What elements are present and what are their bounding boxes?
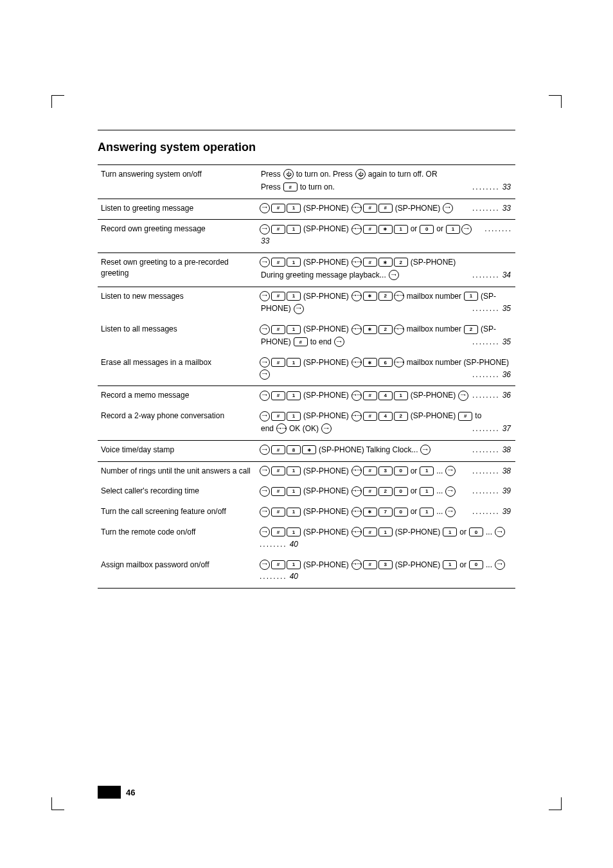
table-row: Reset own greeting to a pre-recorded gre…: [98, 252, 515, 287]
key-hash-icon: #: [271, 325, 285, 334]
header-rule: [98, 130, 515, 130]
row-label: Listen to new messages: [98, 287, 256, 320]
page-ref: 39: [502, 506, 511, 517]
page-ref-dots: ........: [472, 203, 500, 214]
key-hash-icon: #: [271, 292, 285, 301]
sequence-line: ⭢#1 (SP-PHONE) ⭢⭢#1 (SP-PHONE) 1 or 0 ..…: [260, 527, 512, 550]
key-hash-icon: #: [283, 182, 298, 191]
key-1-icon: 1: [287, 466, 301, 475]
arrows-circle-icon: ⭢⭢: [394, 357, 404, 368]
text-fragment: (SP-PHONE): [303, 357, 349, 368]
key-str-icon: ∗: [363, 358, 377, 367]
key-hash-icon: #: [363, 204, 377, 213]
arrow_r-circle-icon: ⭢: [334, 337, 344, 347]
page-ref-dots: ........: [472, 270, 500, 281]
table-row: Turn the call screening feature on/off⭢#…: [98, 502, 515, 523]
key-hash-icon: #: [363, 560, 377, 569]
row-sequence: ⭢#1 (SP-PHONE) ⭢⭢∗2⭢⭢ mailbox number 1 (…: [256, 287, 515, 320]
text-fragment: to turn on.: [300, 182, 335, 193]
table-row: Turn the remote code on/off⭢#1 (SP-PHONE…: [98, 523, 515, 556]
text-fragment: ...: [486, 527, 492, 538]
arrows-circle-icon: ⭢⭢: [351, 357, 362, 368]
row-label: Select caller's recording time: [98, 482, 256, 502]
key-1-icon: 1: [443, 527, 457, 536]
arrow_r-circle-icon: ⭢: [260, 257, 270, 267]
row-label: Turn the call screening feature on/off: [98, 502, 256, 523]
arrow_r-circle-icon: ⭢: [260, 291, 270, 301]
sequence-line: PHONE) # to end ⭢........ 35: [260, 337, 512, 348]
arrows-circle-icon: ⭢⭢: [351, 224, 362, 235]
sequence-line: Press ⏻ to turn on. Press ⏻ again to tur…: [260, 169, 512, 180]
page-ref-dots: ........: [472, 445, 500, 456]
text-fragment: (SP-PHONE): [395, 203, 441, 214]
key-1-icon: 1: [287, 225, 301, 234]
key-1-icon: 1: [420, 508, 434, 517]
arrows-circle-icon: ⭢⭢: [351, 527, 362, 537]
sequence-line: ⭢#1 (SP-PHONE) ⭢⭢∗2⭢⭢ mailbox number 2 (…: [260, 324, 512, 335]
key-hash-icon: #: [271, 487, 285, 496]
key-2-icon: 2: [378, 325, 393, 334]
key-1-icon: 1: [287, 527, 301, 536]
row-sequence: ⭢#1 (SP-PHONE) ⭢⭢#20 or 1 ... ⭢........ …: [256, 482, 515, 502]
key-hash-icon: #: [271, 258, 285, 267]
text-fragment: to turn on. Press: [296, 169, 353, 180]
text-fragment: (SP-: [481, 324, 496, 335]
arrow_r-circle-icon: ⭢: [495, 527, 505, 537]
sequence-line: ⭢#1 (SP-PHONE) ⭢⭢#42 (SP-PHONE) # to: [260, 411, 512, 421]
table-row: Record a memo message⭢#1 (SP-PHONE) ⭢⭢#4…: [98, 386, 515, 407]
sequence-line: end ⭢⭢ OK (OK) ⭢........ 37: [260, 423, 512, 434]
text-fragment: PHONE): [261, 303, 291, 314]
text-fragment: to end: [310, 337, 332, 348]
page-ref: 36: [502, 369, 511, 380]
arrow_r-circle-icon: ⭢: [260, 445, 270, 455]
text-fragment: (SP-PHONE): [303, 224, 349, 235]
row-sequence: ⭢#1 (SP-PHONE) ⭢⭢#42 (SP-PHONE) # toend …: [256, 407, 515, 440]
arrows-circle-icon: ⭢⭢: [351, 257, 362, 267]
key-hash-icon: #: [363, 527, 377, 536]
arrow_r-circle-icon: ⭢: [260, 357, 270, 368]
text-fragment: ...: [486, 560, 492, 571]
table-row: Voice time/day stamp⭢#8∗ (SP-PHONE) Talk…: [98, 440, 515, 461]
power-circle-icon: ⏻: [283, 169, 294, 179]
sequence-line: ⭢#1 (SP-PHONE) ⭢⭢#∗1 or 0 or 1⭢........ …: [260, 224, 512, 247]
arrow_r-circle-icon: ⭢: [294, 304, 304, 314]
key-1-icon: 1: [446, 225, 460, 234]
crop-mark-top-left: [51, 95, 64, 108]
text-fragment: (SP-PHONE): [303, 257, 349, 268]
arrows-circle-icon: ⭢⭢: [351, 391, 362, 401]
arrow_r-circle-icon: ⭢: [260, 507, 270, 517]
footer-marker: [98, 786, 121, 799]
text-fragment: (SP-PHONE): [303, 324, 349, 335]
page-ref: 40: [290, 571, 298, 582]
page-ref: 38: [502, 445, 511, 456]
row-label: Record a memo message: [98, 386, 256, 407]
row-label: Erase all messages in a mailbox: [98, 353, 256, 386]
key-1-icon: 1: [287, 508, 301, 517]
row-label: Turn answering system on/off: [98, 165, 256, 199]
row-sequence: ⭢#1 (SP-PHONE) ⭢⭢∗70 or 1 ... ⭢........ …: [256, 502, 515, 523]
key-hash-icon: #: [271, 527, 285, 536]
sequence-line: ⭢#1 (SP-PHONE) ⭢⭢#41 (SP-PHONE) ⭢.......…: [260, 390, 512, 401]
row-sequence: ⭢#1 (SP-PHONE) ⭢⭢∗6⭢⭢ mailbox number (SP…: [256, 353, 515, 386]
row-label: Record own greeting message: [98, 220, 256, 253]
crop-mark-top-right: [549, 95, 562, 108]
key-hash-icon: #: [271, 358, 285, 367]
key-str-icon: ∗: [363, 292, 377, 301]
arrows-circle-icon: ⭢⭢: [351, 486, 362, 497]
key-2-icon: 2: [394, 258, 408, 267]
key-1-icon: 1: [287, 325, 301, 334]
row-sequence: ⭢#1 (SP-PHONE) ⭢⭢#∗1 or 0 or 1⭢........ …: [256, 220, 515, 253]
text-fragment: or: [411, 224, 418, 235]
key-8-icon: 8: [287, 445, 301, 454]
key-1-icon: 1: [287, 412, 301, 421]
row-sequence: ⭢#1 (SP-PHONE) ⭢⭢#41 (SP-PHONE) ⭢.......…: [256, 386, 515, 407]
text-fragment: (SP-PHONE): [411, 390, 456, 401]
page-ref-dots: ........: [472, 303, 500, 314]
key-2-icon: 2: [378, 292, 393, 301]
sequence-line: ⭢#8∗ (SP-PHONE) Talking Clock... ⭢......…: [260, 445, 512, 456]
arrow_r-circle-icon: ⭢: [420, 445, 431, 455]
sequence-line: Press # to turn on......... 33: [260, 182, 512, 193]
text-fragment: to: [475, 411, 481, 421]
arrow_r-circle-icon: ⭢: [495, 560, 505, 570]
key-str-icon: ∗: [378, 258, 393, 267]
